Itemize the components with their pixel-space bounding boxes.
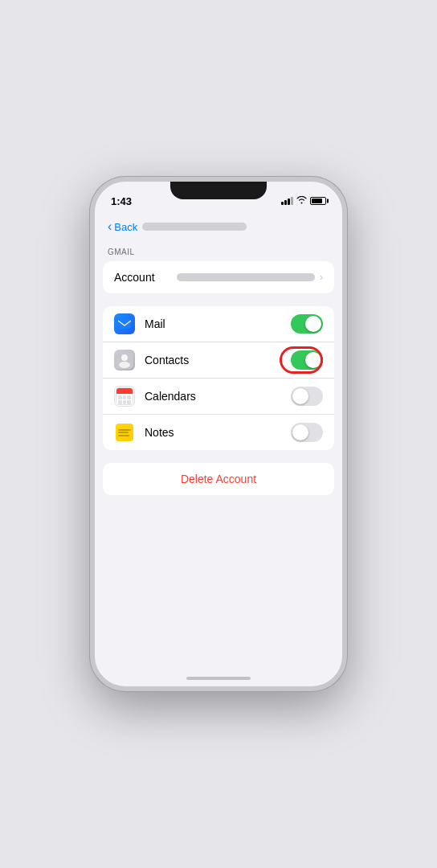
section-header-gmail: GMAIL	[95, 248, 342, 261]
calendars-label: Calendars	[145, 390, 291, 403]
svg-point-3	[119, 362, 130, 368]
svg-rect-0	[118, 319, 131, 329]
account-card: Account ›	[103, 261, 334, 293]
contacts-toggle-row: Contacts	[103, 342, 334, 379]
account-label: Account	[114, 271, 170, 284]
delete-account-card: Delete Account	[103, 463, 334, 495]
mail-label: Mail	[145, 317, 291, 330]
contacts-app-icon	[114, 350, 135, 371]
home-bar	[186, 677, 251, 680]
mail-app-icon	[114, 313, 135, 334]
nav-title-blurred	[142, 223, 247, 231]
account-arrow-icon: ›	[320, 272, 323, 283]
account-section: GMAIL Account ›	[95, 248, 342, 293]
calendars-toggle[interactable]	[291, 387, 323, 406]
contacts-toggle[interactable]	[291, 350, 323, 370]
calendars-toggle-row: Calendars	[103, 379, 334, 415]
notch	[170, 182, 267, 199]
wifi-icon	[296, 196, 307, 206]
mail-toggle-thumb	[305, 316, 321, 332]
battery-fill	[312, 199, 322, 203]
screen: 1:43 ‹ Bac	[95, 182, 342, 686]
account-row: Account ›	[103, 261, 334, 293]
contacts-label: Contacts	[145, 354, 291, 366]
battery-icon	[310, 197, 326, 205]
account-value-blurred	[177, 273, 315, 281]
calendars-toggle-thumb	[292, 388, 308, 404]
notes-label: Notes	[145, 426, 291, 439]
content-area: GMAIL Account ›	[95, 241, 342, 670]
notes-toggle-thumb	[292, 424, 308, 440]
back-label: Back	[114, 221, 137, 233]
signal-bars-icon	[281, 197, 293, 205]
back-chevron-icon: ‹	[108, 220, 112, 233]
delete-account-button[interactable]: Delete Account	[103, 463, 334, 495]
notes-toggle[interactable]	[291, 423, 323, 442]
nav-bar: ‹ Back	[95, 212, 342, 241]
status-time: 1:43	[111, 195, 132, 207]
back-button[interactable]: ‹ Back	[108, 220, 137, 233]
contacts-toggle-thumb	[305, 352, 321, 368]
mail-toggle[interactable]	[291, 314, 323, 334]
toggle-list: Mail	[103, 306, 334, 450]
home-indicator	[95, 670, 342, 686]
notes-toggle-row: Notes	[103, 415, 334, 450]
calendars-app-icon	[114, 386, 135, 407]
status-icons	[281, 196, 326, 206]
mail-toggle-row: Mail	[103, 306, 334, 342]
svg-point-2	[121, 354, 128, 361]
notes-app-icon	[114, 422, 135, 443]
phone-shell: 1:43 ‹ Bac	[90, 177, 347, 691]
